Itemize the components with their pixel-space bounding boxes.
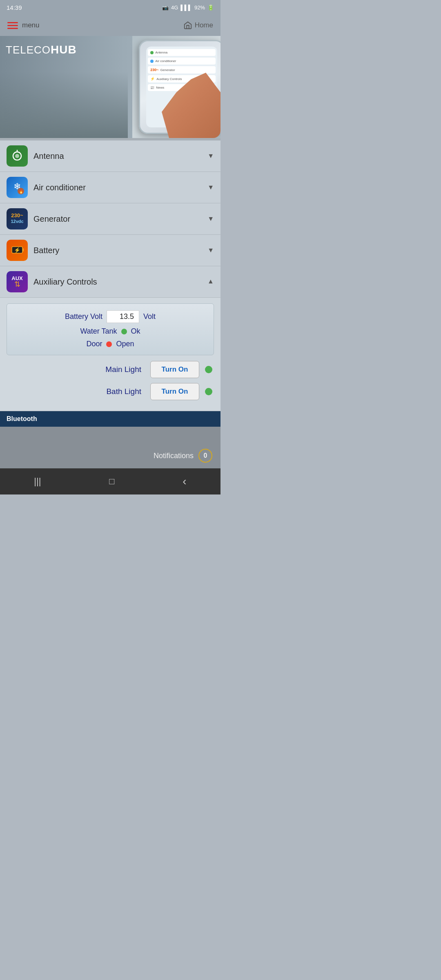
bath-light-dot — [205, 388, 212, 395]
aircon-label: Air conditioner — [33, 183, 202, 192]
home-label: Home — [195, 21, 213, 29]
aircon-chevron: ▼ — [207, 184, 214, 191]
aux-chevron: ▼ — [207, 278, 214, 285]
main-light-label: Main Light — [8, 365, 141, 374]
svg-text:⇅: ⇅ — [14, 280, 20, 288]
menu-label: menu — [22, 21, 40, 29]
water-tank-status: Ok — [131, 327, 140, 336]
status-time: 14:39 — [7, 4, 22, 11]
bluetooth-label: Bluetooth — [7, 415, 37, 422]
battery-level: 92% — [194, 4, 205, 11]
aux-panel: Battery Volt 13.5 Volt Water Tank Ok Doo… — [0, 298, 220, 411]
notifications-badge[interactable]: 0 — [198, 449, 212, 463]
svg-text:⚡: ⚡ — [14, 247, 21, 254]
door-status: Open — [116, 340, 134, 348]
water-tank-label: Water Tank — [80, 327, 117, 336]
bottom-nav: ||| □ ‹ — [0, 468, 220, 494]
teleco-logo: TELECOHUB — [6, 43, 77, 56]
battery-icon: ⚡ — [7, 240, 28, 261]
antenna-chevron: ▼ — [207, 152, 214, 160]
notifications-label: Notifications — [154, 452, 194, 460]
battery-label: Battery — [33, 246, 202, 255]
phone-screen-item: Air conditioner — [148, 58, 215, 65]
signal-icon: 📷 — [162, 4, 169, 11]
door-dot — [106, 341, 112, 347]
svg-rect-9 — [22, 248, 24, 252]
svg-point-1 — [15, 154, 19, 158]
battery-volt-value: 13.5 — [107, 310, 139, 323]
phone-screen-item: Antenna — [148, 49, 215, 56]
bath-light-button[interactable]: Turn On — [150, 383, 199, 400]
antenna-label: Antenna — [33, 151, 202, 161]
status-bar: 14:39 📷 4G ▌▌▌ 92% 🔋 — [0, 0, 220, 15]
bath-light-label: Bath Light — [8, 387, 141, 396]
generator-chevron: ▼ — [207, 215, 214, 223]
phone-screen-item: 230~ Generator — [148, 66, 215, 74]
generator-label: Generator — [33, 214, 202, 224]
menu-item-aircon[interactable]: ❄ 🔥 Air conditioner ▼ — [0, 172, 220, 203]
antenna-icon — [7, 145, 28, 167]
water-tank-row: Water Tank Ok — [15, 327, 205, 336]
svg-text:230~: 230~ — [11, 212, 23, 218]
battery-chevron: ▼ — [207, 247, 214, 254]
main-light-button[interactable]: Turn On — [150, 361, 199, 378]
home-icon — [183, 21, 192, 30]
menu-list: Antenna ▼ ❄ 🔥 Air conditioner ▼ 230~ 12v… — [0, 140, 220, 411]
aux-icon: AUX ⇅ — [7, 271, 28, 292]
spacer — [0, 427, 220, 443]
door-label: Door — [86, 340, 102, 348]
home-button[interactable]: Home — [183, 21, 213, 30]
logo-hub: HUB — [51, 43, 77, 56]
main-light-row: Main Light Turn On — [7, 361, 214, 378]
status-icons: 📷 4G ▌▌▌ 92% 🔋 — [162, 4, 214, 11]
notifications-bar[interactable]: Notifications 0 — [0, 443, 220, 468]
battery-volt-unit: Volt — [143, 312, 156, 321]
svg-text:🔥: 🔥 — [19, 189, 24, 194]
door-row: Door Open — [15, 340, 205, 348]
recent-apps-button[interactable]: ||| — [34, 476, 41, 487]
bluetooth-bar: Bluetooth — [0, 411, 220, 427]
water-tank-dot — [121, 329, 127, 334]
back-button[interactable]: ‹ — [183, 475, 186, 488]
logo-teleco: TELECO — [6, 44, 51, 56]
battery-volt-row: Battery Volt 13.5 Volt — [15, 310, 205, 323]
menu-item-battery[interactable]: ⚡ Battery ▼ — [0, 235, 220, 266]
network-type: 4G — [171, 4, 178, 11]
bath-light-row: Bath Light Turn On — [7, 383, 214, 400]
aircon-icon: ❄ 🔥 — [7, 177, 28, 198]
generator-icon: 230~ 12vdc — [7, 208, 28, 229]
info-box: Battery Volt 13.5 Volt Water Tank Ok Doo… — [7, 303, 214, 355]
menu-item-generator[interactable]: 230~ 12vdc Generator ▼ — [0, 203, 220, 235]
battery-volt-label: Battery Volt — [65, 312, 102, 321]
main-light-dot — [205, 366, 212, 373]
campers-silhouette — [0, 72, 128, 138]
menu-button[interactable]: menu — [7, 21, 40, 29]
menu-item-aux[interactable]: AUX ⇅ Auxiliary Controls ▼ — [0, 266, 220, 298]
hero-banner: TELECOHUB Antenna Air conditioner 230~ G… — [0, 36, 220, 138]
menu-item-antenna[interactable]: Antenna ▼ — [0, 140, 220, 172]
signal-bars: ▌▌▌ — [180, 4, 192, 11]
svg-text:12vdc: 12vdc — [11, 219, 23, 224]
battery-icon: 🔋 — [207, 4, 214, 11]
aux-label: Auxiliary Controls — [33, 277, 202, 287]
top-nav: menu Home — [0, 15, 220, 36]
hamburger-icon — [7, 22, 18, 29]
home-nav-button[interactable]: □ — [109, 476, 114, 487]
